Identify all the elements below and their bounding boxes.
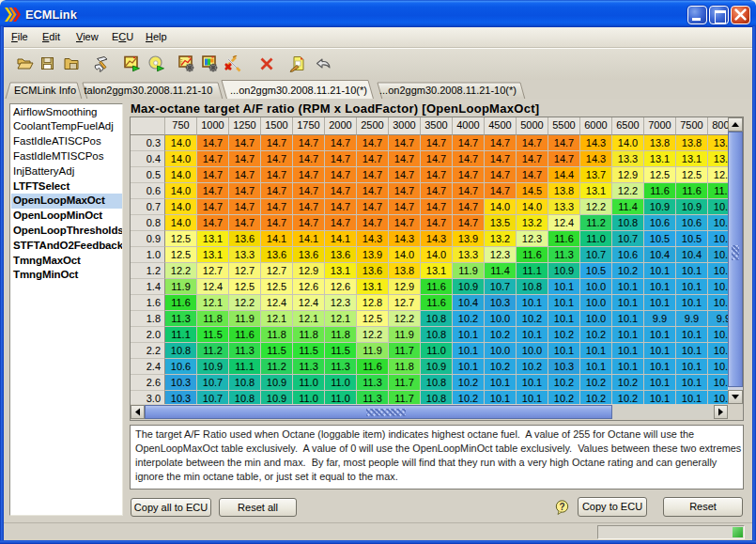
svg-text:?: ? [559,502,564,512]
